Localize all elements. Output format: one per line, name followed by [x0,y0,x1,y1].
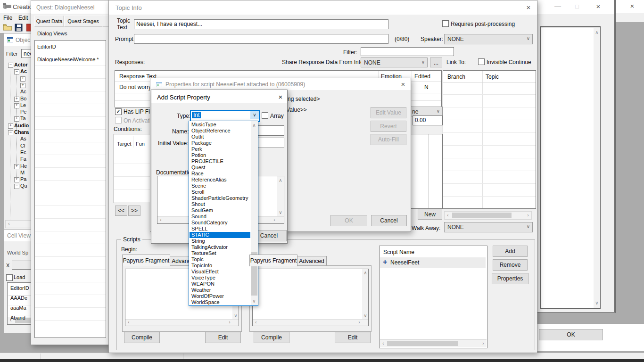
column-header[interactable]: Target [117,141,132,147]
scroll-right-icon[interactable]: › [356,320,363,325]
vscrollbar[interactable]: ∧ ∨ [362,269,368,320]
scroll-left-icon[interactable]: ‹ [6,221,12,227]
column-header[interactable]: Edited [414,73,430,80]
type-option[interactable]: TextureSet [190,250,250,256]
scroll-right-icon[interactable]: › [271,217,278,223]
scroll-left-icon[interactable]: ‹ [445,213,451,218]
script-properties-button[interactable]: Properties [492,273,528,284]
save-icon[interactable] [15,24,23,33]
tab-advanced-end[interactable]: Advanced [297,256,327,266]
tree-item[interactable]: Qu [20,183,27,189]
response-row-edited[interactable]: N [424,84,429,90]
add-property-close-icon[interactable]: × [277,93,284,100]
edit-value-button[interactable]: Edit Value [371,107,406,118]
speaker-combo[interactable]: NONE ∨ [444,34,533,44]
edit-button[interactable]: Edit [205,332,241,343]
tree-expander-icon[interactable]: − [8,63,13,68]
type-option[interactable]: Weather [190,287,250,293]
scroll-up-icon[interactable]: ∧ [362,270,368,276]
has-lip-checkbox[interactable]: ✓ [115,108,122,115]
add-script-button[interactable]: Add [493,246,528,257]
tab-papyrus-fragment[interactable]: Papyrus Fragment [122,255,170,266]
tree-item[interactable]: As [20,136,26,141]
share-response-combo[interactable]: NONE ∨ [361,58,428,67]
menu-file[interactable]: File [3,15,12,21]
type-option[interactable]: VisualEffect [190,269,250,275]
type-option[interactable]: STATIC [190,232,250,238]
column-header[interactable]: Topic [486,74,499,80]
type-option[interactable]: TopicInfo [190,263,250,269]
topic-text-input[interactable]: Neesei, I have a request... [134,19,388,29]
autofill-button[interactable]: Auto-Fill [371,134,406,145]
type-option[interactable]: Scene [190,183,250,189]
scroll-up-icon[interactable]: ∧ [594,30,600,35]
scroll-down-icon[interactable]: ∨ [277,210,284,215]
new-button[interactable]: New [418,209,442,220]
close-icon[interactable]: × [594,3,602,10]
next-condition-button[interactable]: >> [128,206,140,216]
type-option[interactable]: MusicType [190,122,250,128]
tree-item[interactable]: Chara [14,129,29,135]
scroll-up-icon[interactable]: ∧ [251,123,257,128]
scroll-down-icon[interactable]: ∨ [362,313,368,319]
type-option[interactable]: Outfit [190,134,250,140]
type-option[interactable]: SoundCategory [190,220,250,226]
tab-quest-stages[interactable]: Quest Stages [64,16,102,26]
type-option[interactable]: Perk [190,146,250,152]
type-option[interactable]: SoulGem [190,207,250,214]
tree-item[interactable]: Pa [20,176,26,182]
compile-button[interactable]: Compile [124,332,160,343]
scroll-down-icon[interactable]: ∨ [251,298,257,304]
open-icon[interactable] [3,24,12,33]
tree-expander-icon[interactable]: − [8,130,13,135]
scroll-right-icon[interactable]: › [525,213,531,218]
link-table-hscrollbar[interactable]: ‹ › [444,211,532,220]
tree-expander-icon[interactable]: − [14,184,19,189]
dropdown-vscrollbar[interactable]: ∧ ∨ [251,121,258,305]
tree-item[interactable]: He [20,163,27,169]
ok-button[interactable]: OK [539,329,603,340]
tree-expander-icon[interactable]: + [20,83,25,88]
vscrollbar[interactable]: ∧ ∨ [277,176,284,217]
scroll-down-icon[interactable]: ∨ [594,300,600,306]
on-activate-checkbox[interactable] [115,117,122,123]
hscrollbar[interactable]: ‹ › [125,319,239,326]
properties-cancel-button[interactable]: Cancel [371,215,407,226]
type-option[interactable]: ObjectReference [190,128,250,134]
type-option[interactable]: VoiceType [190,275,250,281]
tree-item[interactable]: Cl [20,143,25,148]
column-header[interactable]: Branch [447,74,465,80]
scroll-left-icon[interactable]: ‹ [253,320,259,325]
tree-item[interactable]: Ac [20,89,26,94]
type-option[interactable]: Sound [190,214,250,220]
tab-papyrus-fragment-end[interactable]: Papyrus Fragment [249,255,297,266]
browse-info-button[interactable]: ... [430,58,442,67]
requires-post-processing-checkbox[interactable] [442,20,449,27]
load-checkbox[interactable] [6,274,13,281]
script-list-hscrollbar[interactable]: ‹ › [380,339,487,347]
scroll-left-icon[interactable]: ‹ [125,320,132,325]
walk-away-combo[interactable]: NONE ∨ [444,222,533,232]
tree-expander-icon[interactable]: + [14,97,19,102]
tree-expander-icon[interactable]: + [8,123,13,129]
render-list-vscrollbar[interactable]: ∧ ∨ [594,28,600,308]
scroll-down-icon[interactable]: ∨ [232,313,239,319]
type-option[interactable]: Scroll [190,189,250,195]
compile-button-end[interactable]: Compile [254,332,289,343]
tree-expander-icon[interactable]: + [14,116,19,122]
script-row[interactable]: + NeeseiFeet [380,257,486,268]
tree-item[interactable]: Actor [14,62,28,67]
tree-expander-icon[interactable]: + [14,177,19,182]
type-option[interactable]: ReferenceAlias [190,177,250,183]
list-item[interactable]: EditorID [37,44,56,49]
tree-expander-icon[interactable]: + [14,164,19,169]
tree-item[interactable]: Ec [20,149,26,155]
properties-close-icon[interactable]: × [399,81,407,88]
type-option[interactable]: WEAPON [190,281,250,287]
type-option[interactable]: String [190,238,250,244]
script-list-header[interactable]: Script Name [383,249,414,255]
scrollbar-thumb[interactable] [387,341,458,346]
tree-item[interactable]: Bo [20,96,26,101]
properties-ok-button[interactable]: OK [330,215,367,226]
scroll-right-icon[interactable]: › [226,320,233,325]
